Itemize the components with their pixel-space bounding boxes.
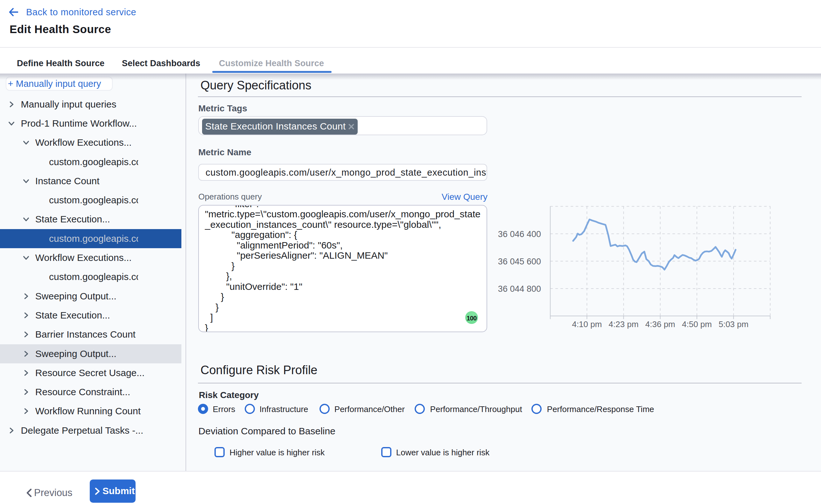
svg-text:4:36 pm: 4:36 pm: [645, 319, 675, 329]
svg-text:36 044 800: 36 044 800: [498, 284, 541, 294]
svg-text:4:23 pm: 4:23 pm: [609, 319, 639, 329]
svg-text:4:50 pm: 4:50 pm: [682, 319, 712, 329]
svg-text:36 045 600: 36 045 600: [498, 257, 541, 266]
svg-text:4:10 pm: 4:10 pm: [572, 319, 602, 329]
svg-text:5:03 pm: 5:03 pm: [719, 319, 748, 329]
svg-text:36 046 400: 36 046 400: [498, 229, 541, 239]
